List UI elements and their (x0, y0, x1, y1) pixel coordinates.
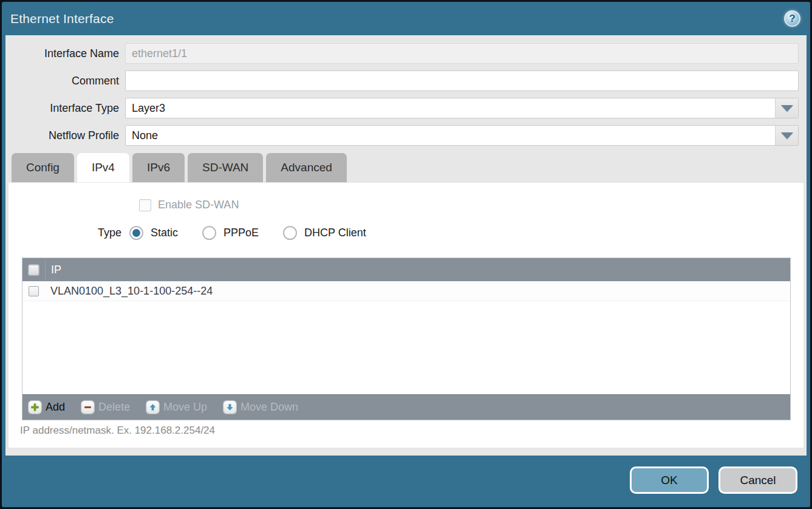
interface-name-label: Interface Name (5, 47, 125, 60)
tab-ipv6[interactable]: IPv6 (132, 153, 185, 182)
radio-dhcp-client-label: DHCP Client (304, 227, 366, 239)
radio-pppoe-circle[interactable] (202, 226, 216, 240)
ip-table-header: IP (22, 258, 790, 281)
dialog-frame: Ethernet Interface ? Interface Name Comm… (2, 2, 810, 507)
ip-table: IP VLAN0100_L3_10-1-100-254--24 (22, 258, 791, 420)
header-checkbox-cell (22, 258, 45, 281)
delete-button: Delete (81, 401, 130, 414)
move-up-button-label: Move Up (163, 401, 207, 414)
row-checkbox-cell (22, 281, 45, 301)
add-button-label: Add (46, 401, 65, 414)
type-row: Type Static PPPoE DHCP Client (9, 225, 391, 240)
comment-label: Comment (5, 75, 125, 87)
arrow-down-icon (223, 401, 236, 414)
interface-type-label: Interface Type (5, 102, 125, 115)
netflow-profile-row: Netflow Profile None (5, 125, 799, 146)
interface-name-input (125, 43, 799, 64)
interface-type-dropdown[interactable]: Layer3 (125, 98, 799, 118)
delete-button-label: Delete (98, 401, 130, 414)
radio-selected-dot (132, 229, 140, 237)
type-label: Type (9, 227, 129, 239)
ip-table-body: VLAN0100_L3_10-1-100-254--24 (22, 281, 790, 394)
dialog-body: Interface Name Comment Interface Type La… (5, 35, 807, 456)
enable-sdwan-checkbox (139, 199, 151, 211)
netflow-profile-value: None (126, 126, 775, 145)
radio-static-circle[interactable] (129, 226, 143, 240)
move-up-button: Move Up (146, 401, 207, 414)
row-ip-value: VLAN0100_L3_10-1-100-254--24 (45, 285, 213, 298)
interface-type-value: Layer3 (126, 98, 775, 118)
chevron-down-icon (781, 105, 793, 112)
ok-button[interactable]: OK (630, 466, 709, 494)
comment-row: Comment (5, 70, 799, 91)
plus-icon (29, 401, 41, 414)
interface-name-row: Interface Name (5, 43, 799, 64)
minus-icon (81, 401, 94, 414)
enable-sdwan-row: Enable SD-WAN (139, 199, 239, 211)
cancel-button[interactable]: Cancel (718, 466, 797, 494)
radio-static[interactable]: Static (129, 226, 178, 240)
interface-type-row: Interface Type Layer3 (5, 98, 799, 118)
tab-bar: Config IPv4 IPv6 SD-WAN Advanced (12, 153, 807, 182)
select-all-checkbox[interactable] (29, 265, 39, 275)
add-button[interactable]: Add (29, 401, 65, 414)
radio-dhcp-client[interactable]: DHCP Client (283, 226, 366, 240)
interface-type-dropdown-button[interactable] (775, 98, 798, 118)
ip-format-hint: IP address/netmask. Ex. 192.168.2.254/24 (20, 425, 215, 437)
ip-column-header: IP (46, 264, 61, 276)
ipv4-panel: Enable SD-WAN Type Static PPPoE DHCP Cli… (9, 183, 803, 448)
tab-advanced[interactable]: Advanced (266, 153, 347, 182)
chevron-down-icon (781, 132, 793, 139)
radio-pppoe-label: PPPoE (223, 227, 259, 239)
netflow-profile-dropdown-button[interactable] (775, 126, 798, 145)
table-row[interactable]: VLAN0100_L3_10-1-100-254--24 (22, 281, 790, 301)
row-checkbox[interactable] (29, 286, 39, 296)
move-down-button: Move Down (223, 401, 298, 414)
title-bar: Ethernet Interface ? (2, 2, 810, 35)
radio-dhcp-client-circle[interactable] (283, 226, 297, 240)
tab-sdwan[interactable]: SD-WAN (188, 153, 263, 182)
table-toolbar: Add Delete Move Up (22, 394, 790, 420)
radio-static-label: Static (151, 227, 178, 239)
help-icon[interactable]: ? (784, 10, 800, 27)
radio-pppoe[interactable]: PPPoE (202, 226, 259, 240)
netflow-profile-dropdown[interactable]: None (125, 125, 799, 146)
dialog-title: Ethernet Interface (10, 12, 114, 26)
netflow-profile-label: Netflow Profile (5, 129, 125, 142)
arrow-up-icon (146, 401, 159, 414)
comment-input[interactable] (125, 70, 799, 91)
move-down-button-label: Move Down (241, 401, 298, 414)
tab-config[interactable]: Config (12, 153, 74, 182)
enable-sdwan-label: Enable SD-WAN (158, 199, 239, 211)
tab-ipv4[interactable]: IPv4 (77, 153, 129, 182)
